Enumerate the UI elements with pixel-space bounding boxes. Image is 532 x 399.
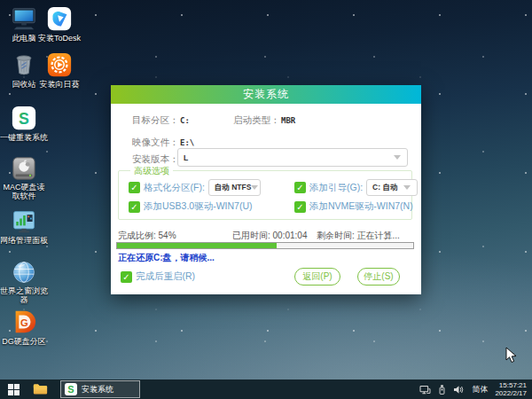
target-partition-value: C: [180,116,190,125]
mouse-cursor [505,347,518,364]
desktop-icon-label: 网络管理面板 [0,236,48,245]
dialog-title: 安装系统 [111,85,421,104]
dg-partition-icon: G [11,309,37,335]
reinstall-system-icon: S [11,105,37,131]
boot-drive-select[interactable]: C: 自动 [366,179,418,196]
usb3-driver-option: 添加USB3.0驱动-WIN7(U) [129,200,253,213]
desktop-icon-dg-partition[interactable]: G DG硬盘分区 [0,309,48,346]
desktop-icon-reinstall-system[interactable]: S 一键重装系统 [0,105,48,142]
add-boot-label: 添加引导(G): [309,182,363,194]
back-button[interactable]: 返回(P) [294,268,340,286]
clock-date: 2022/2/17 [495,389,527,397]
reboot-after-checkbox[interactable] [121,271,132,283]
computer-icon [11,5,37,32]
desktop-icon-network-panel[interactable]: 网络管理面板 [0,209,48,245]
image-file-label: 映像文件： [132,137,179,149]
start-button[interactable] [0,379,27,399]
chevron-down-icon [394,155,401,160]
format-type-select[interactable]: 自动 NTFS [208,179,261,196]
add-boot-option: 添加引导(G): C: 自动 [294,179,418,196]
desktop-icon-label: 世界之窗浏览器 [0,286,48,304]
nvme-driver-option: 添加NVME驱动-WIN7(N) [294,200,413,213]
desktop-icon-browser[interactable]: 世界之窗浏览器 [0,260,48,304]
install-version-value: L [184,153,188,162]
usb3-driver-label: 添加USB3.0驱动-WIN7(U) [144,200,253,213]
progress-percent-text: 完成比例: 54% [118,230,176,242]
taskbar-task-label: 安装系统 [82,384,113,395]
target-partition-label: 目标分区： [132,114,179,127]
nvme-driver-checkbox[interactable] [294,201,306,213]
desktop-icon-label: 一键重装系统 [0,133,48,142]
advanced-options-legend: 高级选项 [130,165,173,177]
usb3-driver-checkbox[interactable] [129,201,140,213]
speaker-icon[interactable] [453,385,465,395]
remaining-time-text: 剩余时间: 正在计算... [317,230,400,242]
sunflower-icon [46,51,73,78]
format-partition-label: 格式化分区(F): [144,182,205,194]
install-version-select[interactable]: L [177,148,408,167]
desktop-icon-label: 安装向日葵 [40,80,80,89]
desktop-icon-sunflower[interactable]: 安装向日葵 [35,51,83,89]
status-text: 正在还原C:盘，请稍候... [118,252,215,264]
desktop-icon-label: DG硬盘分区 [2,337,46,346]
windows-logo-icon [8,384,20,395]
network-panel-icon [12,209,36,234]
taskbar: S 安装系统 简体 15:57:21 2022/2/17 [0,379,532,399]
recycle-bin-icon [12,51,36,78]
svg-text:S: S [19,110,29,128]
desktop-icon-label: 安装ToDesk [38,34,81,43]
desktop-icon-label: 此电脑 [12,34,36,43]
elapsed-time-text: 已用时间: 00:01:04 [232,230,307,242]
nvme-driver-label: 添加NVME驱动-WIN7(N) [309,200,413,213]
network-icon[interactable] [419,385,431,395]
install-app-icon: S [65,383,77,395]
format-partition-option: 格式化分区(F): 自动 NTFS [129,179,261,196]
desktop-icon-mac-disk[interactable]: MAC硬盘读取软件 [0,156,48,200]
install-version-label: 安装版本： [132,153,179,166]
usb-device-icon[interactable] [438,384,446,395]
add-boot-checkbox[interactable] [294,182,306,193]
advanced-options-group: 高级选项 格式化分区(F): 自动 NTFS 添加引导(G): C: 自动 添加… [118,170,412,220]
folder-icon [33,383,48,395]
clock-time: 15:57:21 [495,381,527,389]
progress-bar-fill [117,243,277,248]
boot-type-value: MBR [281,116,295,125]
reboot-after-option: 完成后重启(R) [121,270,195,283]
install-system-dialog: 安装系统 目标分区： C: 启动类型： MBR 映像文件： E:\ 安装版本： … [111,85,421,294]
mac-disk-icon [11,156,37,181]
input-language-indicator[interactable]: 简体 [472,384,488,395]
boot-drive-value: C: 自动 [372,183,397,193]
format-type-value: 自动 NTFS [215,183,252,193]
chevron-down-icon [403,185,411,190]
format-partition-checkbox[interactable] [129,182,140,193]
taskbar-task-install-system[interactable]: S 安装系统 [60,380,140,398]
stop-button[interactable]: 停止(S) [357,268,400,286]
reboot-after-label: 完成后重启(R) [136,270,195,283]
image-file-value: E:\ [180,138,194,147]
todesk-icon [46,5,73,32]
taskbar-clock[interactable]: 15:57:21 2022/2/17 [495,381,527,397]
boot-type-label: 启动类型： [233,114,280,127]
system-tray: 简体 15:57:21 2022/2/17 [419,381,527,397]
desktop-icon-label: MAC硬盘读取软件 [0,183,48,200]
browser-globe-icon [12,260,36,285]
file-explorer-button[interactable] [27,379,53,399]
svg-text:G: G [20,317,28,328]
desktop-icon-label: 回收站 [12,80,36,89]
progress-bar [116,242,414,249]
desktop-icon-todesk[interactable]: 安装ToDesk [35,5,83,43]
chevron-down-icon [251,185,258,190]
